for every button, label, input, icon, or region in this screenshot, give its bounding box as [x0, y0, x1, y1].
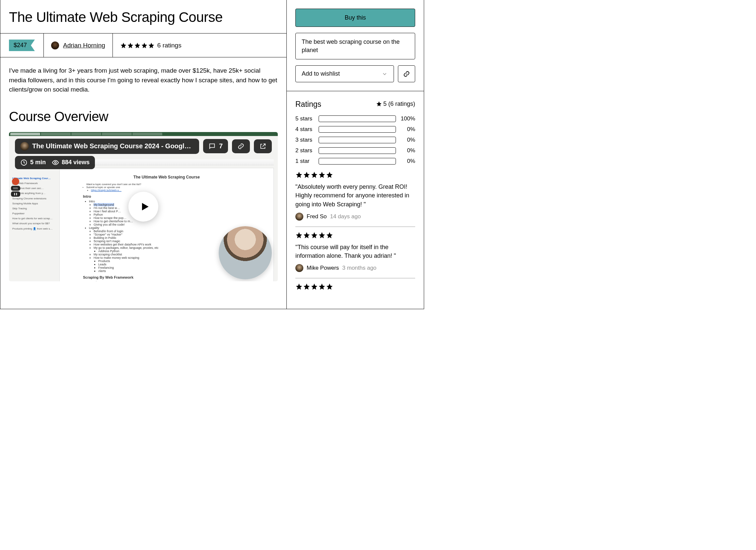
video-views: 884 views: [62, 159, 90, 166]
rating-bar-pct: 0%: [400, 158, 415, 165]
star-icon: [120, 42, 127, 49]
star-icon: [326, 171, 333, 179]
star-icon: [318, 232, 326, 239]
rating-bar-pct: 0%: [400, 137, 415, 143]
chevron-down-icon: [382, 71, 388, 77]
share-button[interactable]: [398, 65, 415, 82]
review-age: 3 months ago: [342, 265, 376, 272]
play-icon: [139, 201, 150, 212]
review: "This course will pay for itself in the …: [295, 227, 415, 278]
open-external-icon: [259, 143, 266, 150]
rating-bar-track: [319, 158, 396, 165]
review-text: "Absolutely worth every penny. Great ROI…: [295, 183, 415, 208]
rating-bar-label: 3 stars: [295, 137, 315, 143]
star-icon: [295, 232, 303, 239]
rating-stars: [120, 42, 155, 49]
rating-bar-track: [319, 116, 396, 122]
author-cell[interactable]: Adrian Horning: [44, 34, 113, 57]
video-comments-pill[interactable]: 7: [203, 139, 228, 153]
rating-bar-label: 2 stars: [295, 147, 315, 154]
ratings-count-label: 6 ratings: [157, 42, 182, 49]
price-cell: $247: [0, 34, 44, 57]
author-avatar: [51, 41, 59, 49]
rating-bar-pct: 0%: [400, 147, 415, 154]
star-icon: [148, 42, 155, 49]
reviewer-name: Fred So: [307, 213, 327, 220]
review-stars: [295, 283, 333, 290]
star-icon: [318, 283, 326, 290]
video-title-pill: The Ultimate Web Scraping Course 2024 - …: [15, 139, 199, 154]
star-icon: [326, 283, 333, 290]
tagline-box: The best web scraping course on the plan…: [295, 33, 415, 59]
review: [295, 278, 415, 300]
star-icon: [326, 232, 333, 239]
star-icon: [295, 171, 303, 179]
reviewer-avatar: [295, 264, 303, 272]
video-title: The Ultimate Web Scraping Course 2024 - …: [32, 142, 194, 150]
review-age: 14 days ago: [330, 213, 361, 220]
play-button[interactable]: [128, 192, 158, 222]
rating-bar-row[interactable]: 3 stars 0%: [295, 137, 415, 143]
ratings-summary-text: 5 (6 ratings): [383, 101, 415, 108]
star-icon: [127, 42, 134, 49]
video-open-pill[interactable]: [254, 139, 272, 153]
rating-bar-label: 4 stars: [295, 126, 315, 133]
review-stars: [295, 232, 333, 239]
rating-bar-row[interactable]: 1 star 0%: [295, 158, 415, 165]
ratings-summary: 5 (6 ratings): [376, 101, 415, 108]
meta-row: $247 Adrian Horning 6 ratings: [0, 34, 286, 57]
star-icon: [303, 283, 310, 290]
star-icon: [311, 171, 318, 179]
rating-bar-row[interactable]: 5 stars 100%: [295, 116, 415, 122]
video-substats: 5 min 884 views: [15, 156, 95, 169]
rating-bar-pct: 100%: [400, 116, 415, 122]
star-icon: [303, 232, 310, 239]
rating-bar-pct: 0%: [400, 126, 415, 133]
star-icon: [134, 42, 141, 49]
star-icon: [311, 283, 318, 290]
video-copy-link-pill[interactable]: [232, 139, 250, 153]
star-icon: [303, 171, 310, 179]
rating-bar-label: 5 stars: [295, 116, 315, 122]
ratings-cell[interactable]: 6 ratings: [113, 34, 189, 57]
rating-bar-track: [319, 137, 396, 143]
rating-bar-label: 1 star: [295, 158, 315, 165]
review: "Absolutely worth every penny. Great ROI…: [295, 170, 415, 227]
review-stars: [295, 171, 333, 179]
video-comments-count: 7: [219, 142, 223, 150]
overview-heading: Course Overview: [9, 109, 278, 124]
star-icon: [318, 171, 326, 179]
intro-text: I've made a living for 3+ years from jus…: [9, 66, 278, 95]
star-icon: [311, 232, 318, 239]
page-title: The Ultimate Web Scraping Course: [9, 9, 278, 25]
reviewer-name: Mike Powers: [307, 265, 339, 272]
recording-controls: 0:01 ❚❚: [11, 178, 20, 197]
eye-icon: [52, 159, 59, 166]
ratings-heading: Ratings: [295, 100, 321, 109]
webcam-bubble: [219, 226, 272, 279]
reviewer-avatar: [295, 213, 303, 221]
star-icon: [376, 101, 382, 107]
rating-bar-row[interactable]: 2 stars 0%: [295, 147, 415, 154]
link-icon: [237, 143, 245, 150]
comment-icon: [208, 143, 216, 150]
wishlist-button[interactable]: Add to wishlist: [295, 65, 394, 82]
author-link[interactable]: Adrian Horning: [63, 42, 105, 49]
buy-button[interactable]: Buy this: [295, 9, 415, 27]
price-badge: $247: [9, 39, 35, 51]
video-author-avatar: [20, 142, 29, 151]
rating-bar-row[interactable]: 4 stars 0%: [295, 126, 415, 133]
review-text: "This course will pay for itself in the …: [295, 243, 415, 260]
video-preview[interactable]: Ultimate Web Scraping Cour… g By Web Fra…: [9, 132, 278, 281]
rating-bar-track: [319, 126, 396, 133]
wishlist-label: Add to wishlist: [302, 70, 340, 77]
rating-bar-track: [319, 147, 396, 154]
video-duration: 5 min: [30, 159, 46, 166]
link-icon: [403, 70, 410, 78]
clock-icon: [20, 159, 28, 166]
star-icon: [141, 42, 148, 49]
star-icon: [295, 283, 303, 290]
